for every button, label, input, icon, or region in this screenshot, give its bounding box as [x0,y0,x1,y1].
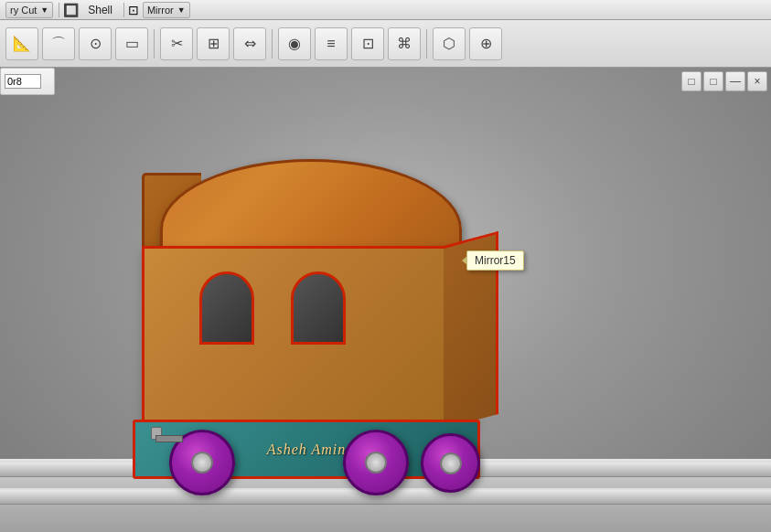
menu-separator-2 [123,3,124,17]
3d-viewport[interactable]: Asheh Amin Mirror15 [0,68,771,532]
tooltip-mirror15: Mirror15 [466,250,524,271]
3d-sketch-btn[interactable]: ⌘ [388,27,421,60]
shell-icon: 🔲 [63,3,79,17]
box-tool-icon: ▭ [125,37,139,51]
view-orientation-btn[interactable]: ⬡ [433,27,466,60]
feature-manager-input-area [0,68,55,95]
hide-lines-btn[interactable]: ≡ [315,27,348,60]
menu-separator-1 [59,3,59,17]
pattern-btn[interactable]: ⊞ [197,27,230,60]
toolbar-sep-1 [154,29,155,59]
mirror-arrow: ▼ [177,5,186,15]
train-car: Asheh Amin [142,159,498,506]
toolbar-sep-3 [426,29,427,59]
display-style-icon: ◉ [288,37,301,51]
mirror-label: Mirror [147,5,174,16]
view-orientation-icon: ⬡ [443,37,455,51]
ry-cut-arrow: ▼ [40,5,48,15]
feature-input[interactable] [5,74,41,89]
zoom-fit-icon: ⊕ [480,37,492,51]
mirror-icon: ⊡ [128,3,139,17]
car-roof [160,159,462,260]
display-style-btn[interactable]: ◉ [278,27,311,60]
smart-dimension-icon: 📐 [13,37,31,51]
viewport-corner-controls: □ □ — × [678,68,771,95]
coupling-arm [155,435,183,442]
sketch-fillet-icon: ⌒ [51,37,66,51]
toolbar-sep-2 [272,29,273,59]
car-name-text: Asheh Amin [267,442,347,458]
section-view-btn[interactable]: ⊡ [351,27,384,60]
box-tool-btn[interactable]: ▭ [115,27,148,60]
wheel-2 [343,430,409,495]
mirror-sketch-icon: ⇔ [244,37,256,51]
tooltip-text: Mirror15 [475,254,516,267]
ry-cut-label: ry Cut [10,5,37,16]
smart-dimension-btn[interactable]: 📐 [5,27,38,60]
car-body [142,246,471,429]
mirror-menu[interactable]: Mirror ▼ [143,2,190,18]
mirror-sketch-btn[interactable]: ⇔ [233,27,266,60]
close-btn[interactable]: × [747,71,767,91]
minimize-btn[interactable]: — [725,71,745,91]
top-menu-bar: ry Cut ▼ 🔲 Shell ⊡ Mirror ▼ [0,0,771,20]
coupling [151,424,187,442]
ry-cut-menu[interactable]: ry Cut ▼ [5,2,53,18]
hide-lines-icon: ≡ [327,37,335,51]
trim-entities-btn[interactable]: ✂ [160,27,193,60]
circle-tool-icon: ⊙ [90,37,102,51]
main-toolbar: 📐 ⌒ ⊙ ▭ ✂ ⊞ ⇔ ◉ ≡ ⊡ ⌘ ⬡ ⊕ [0,20,771,68]
trim-entities-icon: ✂ [171,37,183,51]
sketch-fillet-btn[interactable]: ⌒ [42,27,75,60]
3d-sketch-icon: ⌘ [397,37,412,51]
circle-tool-btn[interactable]: ⊙ [79,27,112,60]
zoom-fit-btn[interactable]: ⊕ [469,27,502,60]
tile-btn[interactable]: □ [703,71,723,91]
wheel-3 [421,433,480,493]
restore-btn[interactable]: □ [681,71,701,91]
pattern-icon: ⊞ [208,37,220,51]
car-window-1 [199,271,254,345]
shell-menu-item[interactable]: Shell [80,2,120,18]
car-window-2 [291,271,346,345]
section-view-icon: ⊡ [362,37,374,51]
